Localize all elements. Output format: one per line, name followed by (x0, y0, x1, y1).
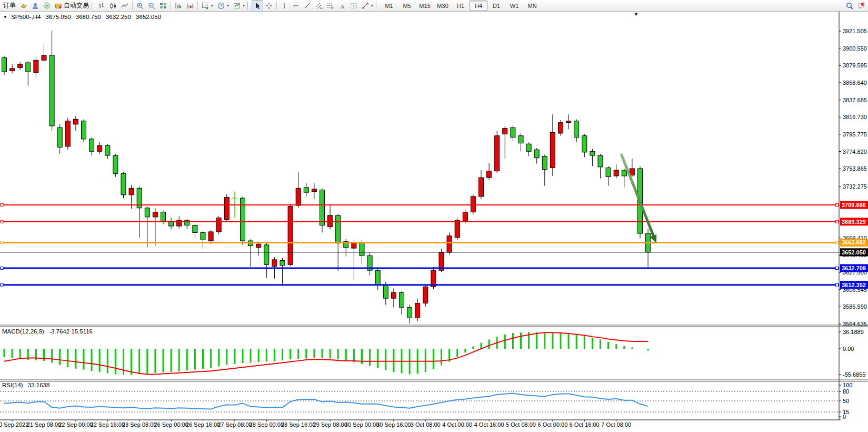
search-icon (846, 2, 853, 9)
price-axis[interactable] (839, 12, 868, 420)
svg-text:F: F (332, 6, 334, 9)
timeframe-h4[interactable]: H4 (470, 1, 487, 11)
candle-up (10, 68, 15, 71)
candle-up (256, 244, 261, 247)
periods-button[interactable]: ▾ (215, 0, 231, 12)
timeframe-m5[interactable]: M5 (398, 1, 416, 11)
gold-button[interactable] (18, 0, 29, 12)
autotrade-button[interactable]: 自动交易 (53, 0, 91, 12)
user-icon (32, 2, 39, 9)
label-button[interactable]: T (348, 0, 360, 12)
line-anchor[interactable] (836, 241, 839, 244)
timeframe-m1[interactable]: M1 (380, 1, 398, 11)
line-anchor[interactable] (1, 220, 3, 223)
candle-down (360, 242, 364, 256)
candle-up (471, 197, 475, 212)
toolbar-separator (197, 2, 198, 10)
hline-icon (292, 2, 300, 9)
labelT-icon: T (350, 2, 357, 9)
dropdown-caret-icon: ▾ (243, 3, 245, 8)
text-button[interactable]: A (336, 0, 348, 12)
collapse-arrow-icon[interactable]: ▼ (3, 15, 7, 19)
timeframe-group: M1M5M15M30H1H4D1W1MN (380, 1, 541, 11)
candle-down (606, 168, 611, 176)
crosshair-button[interactable] (263, 0, 275, 12)
candle-up (18, 64, 23, 67)
candle-up (312, 189, 316, 192)
candle-down (542, 156, 547, 170)
candle-down (145, 208, 149, 217)
line-anchor[interactable] (836, 204, 839, 207)
candle-up (550, 132, 555, 168)
chat-icon: 1 (857, 2, 865, 9)
toolbar-grip[interactable] (92, 2, 94, 10)
tiles-icon (159, 2, 167, 9)
vline-button[interactable] (278, 0, 290, 12)
candle-down (336, 215, 341, 243)
candle-down (185, 220, 189, 225)
candle-down (264, 245, 269, 264)
line-anchor[interactable] (1, 283, 3, 286)
templates-button[interactable]: ▾ (231, 0, 247, 12)
candle-down (383, 285, 388, 298)
candle-down (407, 307, 412, 318)
line-anchor[interactable] (1, 241, 3, 244)
community-button[interactable] (29, 0, 41, 12)
rsi-name: RSI(14) (2, 382, 23, 388)
toolbar-separator (276, 2, 277, 10)
candle-down (280, 260, 285, 265)
candle-up (503, 129, 507, 134)
toolbar-grip[interactable] (247, 2, 250, 10)
tile-windows-button[interactable] (157, 0, 169, 12)
candle-down (201, 232, 205, 240)
channel-icon: E (315, 2, 323, 9)
candle-down (193, 225, 197, 232)
candle-chart-button[interactable] (107, 0, 119, 12)
timeframe-d1[interactable]: D1 (487, 1, 505, 11)
zoom-in-button[interactable] (134, 0, 146, 12)
time-axis[interactable] (0, 420, 868, 432)
macd-indicator-label: MACD(12,26,9) -3.7642 15.5116 (2, 328, 93, 335)
timeframe-m15[interactable]: M15 (416, 1, 434, 11)
line-anchor[interactable] (1, 267, 3, 269)
chart-shift-button[interactable] (184, 0, 196, 12)
ohlc-low: 3632.250 (106, 14, 131, 20)
timeframe-m30[interactable]: M30 (434, 1, 452, 11)
shapes-button[interactable]: ▾ (360, 0, 375, 12)
candle-down (105, 145, 110, 155)
line-anchor[interactable] (836, 283, 839, 286)
rsi-pane: 1008050150 (0, 382, 852, 420)
cursor-button[interactable] (252, 0, 263, 12)
line-chart-button[interactable] (119, 0, 131, 12)
new-order-button[interactable]: 订单 (1, 0, 18, 12)
chartshift-icon (186, 2, 194, 9)
timeframe-h1[interactable]: H1 (452, 1, 470, 11)
line-anchor[interactable] (1, 204, 3, 207)
chart-canvas[interactable]: 3921.5053900.5503879.5953858.6403837.685… (0, 0, 868, 432)
candle-up (42, 55, 46, 60)
line-anchor[interactable] (836, 267, 839, 269)
line-anchor[interactable] (836, 220, 839, 223)
zoom-out-button[interactable] (146, 0, 157, 12)
bar-chart-button[interactable] (96, 0, 107, 12)
candle-down (320, 190, 325, 225)
chart-shift-marker[interactable]: ▼ (634, 12, 638, 17)
signals-button[interactable] (41, 0, 53, 12)
fibonacci-button[interactable]: F (325, 0, 336, 12)
toolbar-separator (171, 2, 171, 10)
hline-button[interactable] (290, 0, 302, 12)
arrow-annotation[interactable] (621, 154, 653, 235)
indicators-button[interactable]: ▾ (199, 0, 215, 12)
toolbar-grip[interactable] (376, 2, 378, 10)
timeframe-mn[interactable]: MN (523, 1, 541, 11)
candle-down (526, 144, 531, 151)
candle-up (65, 121, 70, 146)
timeframe-w1[interactable]: W1 (505, 1, 523, 11)
channel-button[interactable]: E (313, 0, 325, 12)
search-button[interactable] (844, 0, 855, 12)
trendline-button[interactable] (302, 0, 313, 12)
candle-up (129, 188, 134, 194)
auto-scroll-button[interactable] (173, 0, 184, 12)
chat-button[interactable]: 1 (855, 0, 867, 12)
zoomin-icon (136, 2, 144, 9)
